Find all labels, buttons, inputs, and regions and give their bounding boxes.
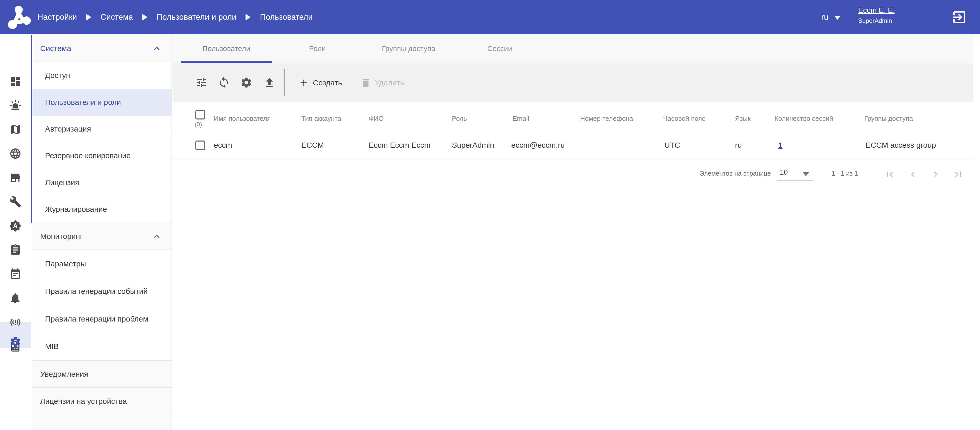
- sidebar-item-mib[interactable]: MIB: [32, 332, 172, 360]
- tab-access-groups[interactable]: Группы доступа: [363, 34, 454, 63]
- sidebar-item-label: Параметры: [32, 259, 86, 268]
- language-selector[interactable]: ru: [821, 0, 841, 34]
- table-header-row: (0) Имя пользователя Тип аккаунта ФИО Ро…: [173, 106, 974, 132]
- tab-users[interactable]: Пользователи: [181, 34, 272, 63]
- caret-down-icon[interactable]: [802, 172, 810, 176]
- column-header-phone: Номер телефона: [580, 115, 633, 123]
- page-size-select[interactable]: 10: [780, 168, 788, 176]
- row-checkbox[interactable]: [195, 141, 205, 150]
- toolbar-divider: [284, 69, 285, 96]
- sidebar-item-label: Лицензия: [32, 178, 79, 187]
- table-toolbar: Создать Удалить: [173, 63, 974, 102]
- user-role-label: SuperAdmin: [858, 17, 895, 24]
- user-name-link[interactable]: Eccm E. E.: [858, 6, 895, 14]
- sidebar-item-label: MIB: [32, 342, 59, 351]
- gear-icon[interactable]: [240, 77, 253, 89]
- sidebar-item-label: Резервное копирование: [32, 151, 131, 160]
- active-tab-indicator: [181, 61, 272, 63]
- tab-roles[interactable]: Роли: [272, 34, 363, 63]
- column-header-sessions: Количество сессий: [775, 115, 833, 123]
- sidebar-group-notifications[interactable]: Уведомления: [32, 360, 172, 388]
- upload-icon[interactable]: [263, 77, 275, 89]
- sidebar-item-problem-rules[interactable]: Правила генерации проблем: [32, 305, 172, 332]
- column-header-groups: Группы доступа: [864, 115, 913, 123]
- sidebar-item-journaling[interactable]: Журналирование: [32, 196, 172, 222]
- active-group-indicator: [31, 35, 32, 222]
- sidebar-item-authorization[interactable]: Авторизация: [32, 116, 172, 142]
- map-icon[interactable]: [0, 117, 31, 142]
- auto-badge-icon[interactable]: [0, 214, 31, 238]
- bell-icon[interactable]: [0, 286, 31, 310]
- breadcrumb-item-users-roles[interactable]: Пользователи и роли: [157, 13, 237, 22]
- first-page-icon[interactable]: [884, 169, 896, 180]
- column-header-username: Имя пользователя: [214, 115, 271, 123]
- breadcrumb-item-system[interactable]: Система: [100, 13, 133, 22]
- breadcrumb-separator-icon: [245, 14, 251, 21]
- sidebar-item-access[interactable]: Доступ: [32, 62, 172, 89]
- cell-groups: ECCM access group: [865, 141, 936, 149]
- previous-page-icon[interactable]: [907, 169, 918, 180]
- selected-count: (0): [194, 121, 202, 128]
- sidebar-group-system[interactable]: Система: [32, 35, 172, 62]
- clipboard-icon[interactable]: [0, 238, 31, 262]
- caret-down-icon: [834, 16, 841, 20]
- tab-sessions[interactable]: Сессии: [454, 34, 545, 63]
- tune-filter-icon[interactable]: [195, 77, 207, 89]
- sidebar-group-label: Мониторинг: [32, 232, 83, 241]
- icon-rail: LOG: [0, 34, 31, 430]
- sidebar-item-label: Правила генерации проблем: [32, 315, 148, 323]
- sidebar-item-users-roles[interactable]: Пользователи и роли: [32, 89, 172, 116]
- calendar-icon[interactable]: [0, 262, 31, 286]
- column-header-language: Язык: [735, 115, 751, 123]
- breadcrumb-item-users[interactable]: Пользователи: [260, 13, 313, 22]
- breadcrumb: Настройки Система Пользователи и роли По…: [37, 0, 313, 34]
- settings-gear-icon[interactable]: [0, 330, 31, 354]
- sidebar-item-label: Правила генерации событий: [32, 287, 148, 296]
- sidebar-item-label: Доступ: [32, 71, 70, 80]
- page-range-label: 1 - 1 из 1: [832, 170, 858, 177]
- sidebar-item-label: Журналирование: [32, 205, 107, 214]
- delete-button[interactable]: Удалить: [360, 63, 404, 102]
- sidebar-item-license[interactable]: Лицензия: [32, 169, 172, 196]
- sidebar-group-label: Система: [32, 44, 71, 53]
- sidebar-group-label: Уведомления: [32, 370, 88, 379]
- create-button[interactable]: Создать: [299, 63, 342, 102]
- next-page-icon[interactable]: [930, 169, 941, 180]
- sync-refresh-icon[interactable]: [218, 77, 230, 89]
- breadcrumb-item-settings[interactable]: Настройки: [37, 13, 77, 22]
- cell-sessions-link[interactable]: 1: [778, 141, 783, 149]
- trash-icon: [360, 77, 371, 88]
- dashboard-icon[interactable]: [0, 69, 31, 93]
- globe-icon[interactable]: [0, 142, 31, 166]
- sidebar-item-event-rules[interactable]: Правила генерации событий: [32, 277, 172, 305]
- sidebar-item-backup[interactable]: Резервное копирование: [32, 142, 172, 169]
- store-icon[interactable]: [0, 166, 31, 190]
- column-header-timezone: Часовой пояс: [663, 115, 705, 123]
- sidebar-group-label: Лицензии на устройства: [32, 397, 127, 406]
- siren-alarm-icon[interactable]: [0, 93, 31, 117]
- column-header-account-type: Тип аккаунта: [301, 115, 341, 123]
- page-size-label: Элементов на странице: [700, 170, 771, 177]
- chevron-up-icon: [151, 43, 162, 54]
- last-page-icon[interactable]: [952, 169, 964, 180]
- logout-icon[interactable]: [951, 9, 967, 25]
- sidebar-item-label: Авторизация: [32, 125, 91, 133]
- cell-account-type: ECCM: [301, 141, 324, 149]
- user-menu[interactable]: Eccm E. E. SuperAdmin: [858, 6, 895, 24]
- sidebar-menu-tail: [32, 416, 172, 430]
- sidebar-item-parameters[interactable]: Параметры: [32, 250, 172, 277]
- sidebar-group-device-licenses[interactable]: Лицензии на устройства: [32, 388, 172, 416]
- select-all-checkbox[interactable]: [195, 110, 205, 120]
- breadcrumb-separator-icon: [142, 14, 148, 21]
- tab-bar: Пользователи Роли Группы доступа Сессии: [173, 34, 974, 63]
- plus-icon: [299, 77, 309, 88]
- sidebar-group-monitoring[interactable]: Мониторинг: [32, 222, 172, 250]
- table-row[interactable]: eccm ECCM Eccm Eccm Eccm SuperAdmin eccm…: [173, 132, 974, 158]
- language-label: ru: [821, 13, 829, 22]
- eccm-logo-icon: [5, 3, 32, 31]
- cell-fio: Eccm Eccm Eccm: [369, 141, 431, 149]
- wrench-icon[interactable]: [0, 190, 31, 214]
- breadcrumb-separator-icon: [86, 14, 91, 21]
- column-header-email: Email: [512, 115, 529, 123]
- delete-button-label: Удалить: [375, 78, 404, 87]
